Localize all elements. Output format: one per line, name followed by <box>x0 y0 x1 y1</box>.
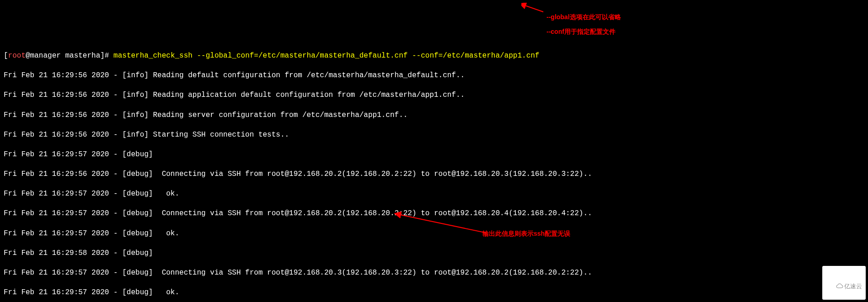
output-line: Fri Feb 21 16:29:56 2020 - [debug] Conne… <box>4 170 864 180</box>
prompt-space <box>109 52 113 60</box>
output-line: Fri Feb 21 16:29:57 2020 - [debug] Conne… <box>4 268 864 278</box>
output-line: Fri Feb 21 16:29:57 2020 - [debug] Conne… <box>4 209 864 219</box>
prompt-space <box>61 52 65 60</box>
prompt-host: manager <box>30 52 61 60</box>
command-text: masterha_check_ssh --global_conf=/etc/ma… <box>113 52 539 60</box>
watermark: 亿速云 <box>822 266 866 300</box>
output-line: Fri Feb 21 16:29:57 2020 - [debug] <box>4 150 864 160</box>
svg-line-1 <box>525 5 543 12</box>
cloud-icon <box>830 275 843 299</box>
output-line: Fri Feb 21 16:29:56 2020 - [info] Readin… <box>4 111 864 121</box>
output-line: Fri Feb 21 16:29:56 2020 - [info] Readin… <box>4 90 864 101</box>
output-line: Fri Feb 21 16:29:56 2020 - [info] Readin… <box>4 71 864 81</box>
annotation-text-global: --global选项在此可以省略 <box>547 13 621 21</box>
annotation-text-success: 输出此信息则表示ssh配置无误 <box>482 229 570 238</box>
output-line: Fri Feb 21 16:29:57 2020 - [debug] ok. <box>4 229 864 239</box>
terminal-output[interactable]: [root@manager masterha]# masterha_check_… <box>4 41 864 302</box>
output-line: Fri Feb 21 16:29:56 2020 - [info] Starti… <box>4 130 864 140</box>
prompt-bracket-close: ]# <box>100 52 109 60</box>
prompt-user: root <box>8 52 26 60</box>
prompt-path: masterha <box>65 52 100 60</box>
output-line: Fri Feb 21 16:29:57 2020 - [debug] ok. <box>4 288 864 298</box>
annotation-text-conf: --conf用于指定配置文件 <box>547 27 616 36</box>
output-line: Fri Feb 21 16:29:57 2020 - [debug] ok. <box>4 189 864 199</box>
prompt-bracket-open: [ <box>4 52 8 60</box>
command-line: [root@manager masterha]# masterha_check_… <box>4 51 864 61</box>
output-line: Fri Feb 21 16:29:58 2020 - [debug] <box>4 249 864 259</box>
prompt-at: @ <box>26 52 30 60</box>
annotation-arrow-1 <box>521 3 544 14</box>
watermark-text: 亿速云 <box>844 283 862 290</box>
